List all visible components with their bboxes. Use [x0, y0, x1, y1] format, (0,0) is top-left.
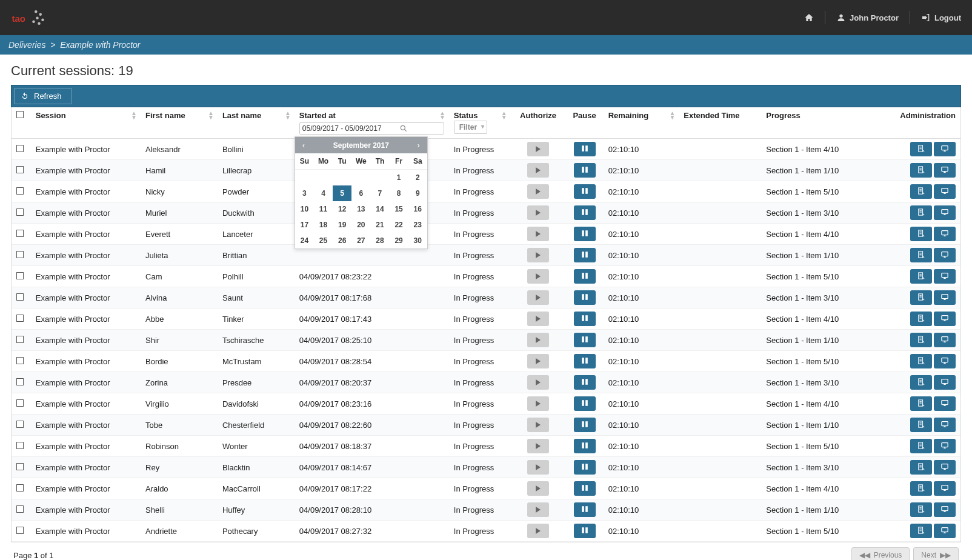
datepicker-day[interactable]: 22: [390, 217, 408, 233]
report-button[interactable]: [910, 375, 932, 390]
datepicker-day[interactable]: 19: [333, 217, 351, 233]
authorize-button[interactable]: [527, 205, 549, 220]
report-button[interactable]: [910, 248, 932, 262]
row-checkbox[interactable]: [16, 272, 24, 279]
logout-link[interactable]: Logout: [921, 13, 961, 22]
authorize-button[interactable]: [527, 418, 549, 432]
status-filter[interactable]: Filter: [454, 121, 487, 134]
screen-button[interactable]: [934, 524, 956, 538]
screen-button[interactable]: [934, 439, 956, 453]
screen-button[interactable]: [934, 142, 956, 156]
screen-button[interactable]: [934, 312, 956, 326]
pause-button[interactable]: [574, 460, 596, 475]
pause-button[interactable]: [574, 481, 596, 496]
datepicker-day[interactable]: 26: [333, 233, 351, 248]
authorize-button[interactable]: [527, 502, 549, 517]
datepicker-day[interactable]: 4: [314, 185, 333, 201]
report-button[interactable]: [910, 333, 932, 347]
report-button[interactable]: [910, 269, 932, 284]
pause-button[interactable]: [574, 418, 596, 432]
authorize-button[interactable]: [527, 481, 549, 496]
authorize-button[interactable]: [527, 269, 549, 284]
sort-remaining[interactable]: ▲▼: [669, 111, 675, 119]
breadcrumb-root[interactable]: Deliveries: [8, 40, 45, 50]
row-checkbox[interactable]: [16, 187, 24, 195]
row-checkbox[interactable]: [16, 293, 24, 301]
report-button[interactable]: [910, 418, 932, 432]
started-at-filter[interactable]: [299, 122, 444, 135]
report-button[interactable]: [910, 312, 932, 326]
datepicker-day[interactable]: 8: [390, 185, 408, 201]
datepicker-day[interactable]: 2: [408, 170, 427, 185]
pause-button[interactable]: [574, 396, 596, 411]
pause-button[interactable]: [574, 502, 596, 517]
datepicker-day[interactable]: 29: [390, 233, 408, 248]
sort-started-at[interactable]: ▲▼: [439, 111, 445, 119]
datepicker-day[interactable]: 12: [333, 201, 351, 217]
datepicker-day[interactable]: 3: [295, 185, 314, 201]
row-checkbox[interactable]: [16, 527, 24, 534]
pause-button[interactable]: [574, 227, 596, 241]
report-button[interactable]: [910, 205, 932, 220]
pause-button[interactable]: [574, 184, 596, 199]
row-checkbox[interactable]: [16, 336, 24, 343]
sort-first-name[interactable]: ▲▼: [208, 111, 214, 119]
datepicker-day[interactable]: 20: [351, 217, 370, 233]
row-checkbox[interactable]: [16, 166, 24, 173]
row-checkbox[interactable]: [16, 251, 24, 258]
pause-button[interactable]: [574, 312, 596, 326]
datepicker-prev[interactable]: ‹: [300, 141, 307, 150]
screen-button[interactable]: [934, 396, 956, 411]
screen-button[interactable]: [934, 290, 956, 305]
datepicker-day[interactable]: 16: [408, 201, 427, 217]
refresh-button[interactable]: Refresh: [14, 88, 72, 104]
row-checkbox[interactable]: [16, 463, 24, 470]
row-checkbox[interactable]: [16, 145, 24, 152]
sort-status[interactable]: ▲▼: [501, 111, 507, 119]
row-checkbox[interactable]: [16, 442, 24, 449]
datepicker-day[interactable]: 9: [408, 185, 427, 201]
report-button[interactable]: [910, 502, 932, 517]
row-checkbox[interactable]: [16, 315, 24, 322]
datepicker-day[interactable]: 1: [390, 170, 408, 185]
row-checkbox[interactable]: [16, 208, 24, 216]
datepicker-day[interactable]: 21: [370, 217, 389, 233]
datepicker-day[interactable]: 27: [351, 233, 370, 248]
authorize-button[interactable]: [527, 354, 549, 368]
screen-button[interactable]: [934, 460, 956, 475]
row-checkbox[interactable]: [16, 421, 24, 428]
screen-button[interactable]: [934, 354, 956, 368]
pause-button[interactable]: [574, 290, 596, 305]
screen-button[interactable]: [934, 269, 956, 284]
datepicker-day[interactable]: 30: [408, 233, 427, 248]
screen-button[interactable]: [934, 248, 956, 262]
datepicker-day[interactable]: 11: [314, 201, 333, 217]
home-link[interactable]: [804, 13, 814, 22]
authorize-button[interactable]: [527, 142, 549, 156]
pause-button[interactable]: [574, 205, 596, 220]
report-button[interactable]: [910, 524, 932, 538]
authorize-button[interactable]: [527, 439, 549, 453]
previous-button[interactable]: ◀◀Previous: [851, 547, 910, 560]
sort-session[interactable]: ▲▼: [131, 111, 137, 119]
authorize-button[interactable]: [527, 248, 549, 262]
started-at-input[interactable]: [302, 124, 399, 133]
row-checkbox[interactable]: [16, 378, 24, 385]
datepicker-day[interactable]: 14: [370, 201, 389, 217]
next-button[interactable]: Next▶▶: [913, 547, 959, 560]
datepicker-day[interactable]: 6: [351, 185, 370, 201]
row-checkbox[interactable]: [16, 505, 24, 513]
datepicker-day[interactable]: 25: [314, 233, 333, 248]
screen-button[interactable]: [934, 205, 956, 220]
pause-button[interactable]: [574, 333, 596, 347]
brand-logo[interactable]: tao: [11, 5, 47, 30]
datepicker-day[interactable]: 15: [390, 201, 408, 217]
pause-button[interactable]: [574, 439, 596, 453]
report-button[interactable]: [910, 184, 932, 199]
report-button[interactable]: [910, 481, 932, 496]
report-button[interactable]: [910, 460, 932, 475]
report-button[interactable]: [910, 354, 932, 368]
screen-button[interactable]: [934, 227, 956, 241]
datepicker-next[interactable]: ›: [414, 141, 422, 150]
screen-button[interactable]: [934, 418, 956, 432]
